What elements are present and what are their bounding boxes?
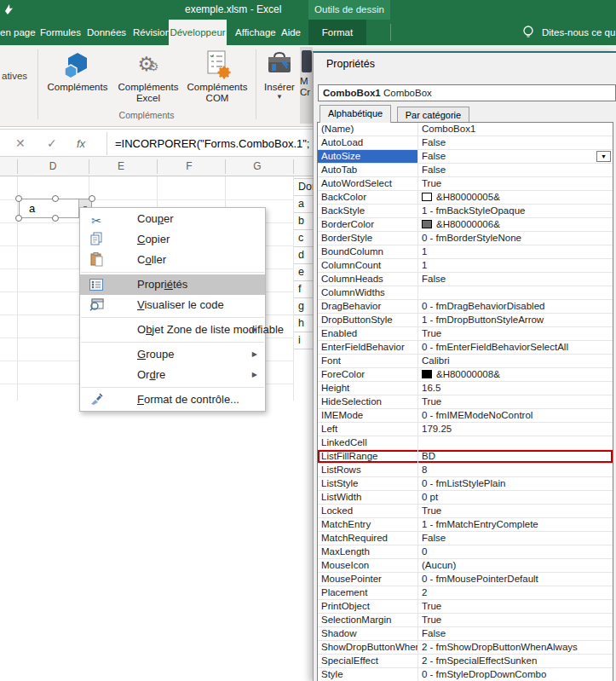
property-row-dragbehavior[interactable]: DragBehavior0 - fmDragBehaviorDisabled [318,300,613,314]
property-row-printobject[interactable]: PrintObjectTrue [318,600,613,614]
property-value: False [418,532,613,545]
property-row-matchrequired[interactable]: MatchRequiredFalse [318,532,613,545]
property-row-columnheads[interactable]: ColumnHeadsFalse [318,273,613,286]
property-row-font[interactable]: FontCalibri [318,355,613,368]
property-row-autosize[interactable]: AutoSizeFalse▼ [318,150,613,164]
tell-me-box[interactable]: Dites-nous ce qu [542,20,615,45]
property-value: False [418,164,613,176]
property-row-placement[interactable]: Placement2 [318,586,613,600]
property-row-height[interactable]: Height16.5 [318,382,613,395]
property-value: 0 - fmEnterFieldBehaviorSelectAll [418,341,613,354]
selection-handle[interactable] [15,195,22,202]
context-menu-item[interactable]: Ordre▶ [80,365,265,385]
property-row-autowordselect[interactable]: AutoWordSelectTrue [318,177,613,191]
formula-input[interactable]: =INCORPORER("Forms.ComboBox.1"; [115,130,309,158]
property-row-forecolor[interactable]: ForeColor&H80000008& [318,368,613,382]
tab-revision[interactable]: Révision [133,20,170,45]
property-value: True [418,600,613,613]
object-selector-dropdown[interactable]: ComboBox1 ComboBox [318,84,616,101]
tab-alphabetique[interactable]: Alphabétique [320,105,391,123]
property-row-enabled[interactable]: EnabledTrue [318,327,613,341]
property-row-locked[interactable]: LockedTrue [318,505,613,518]
column-header-g[interactable]: G [245,157,270,176]
property-row-hideselection[interactable]: HideSelectionTrue [318,395,613,409]
tab-donnees[interactable]: Données [87,20,126,45]
property-name: DragBehavior [318,300,418,313]
property-row-columncount[interactable]: ColumnCount1 [318,259,613,273]
column-header-e[interactable]: E [108,157,134,176]
property-row-bordercolor[interactable]: BorderColor&H80000006& [318,218,613,232]
mode-creation-button[interactable]: M Cr [300,47,313,124]
context-menu-item[interactable]: Objet Zone de liste modifiable▶ [80,320,265,340]
property-value: 8 [418,464,613,476]
context-menu-item[interactable]: Copier [80,229,265,250]
context-menu-item[interactable]: Visualiser le code [80,295,265,315]
value-dropdown-icon[interactable]: ▼ [596,151,611,162]
property-value: 0 pt [418,491,613,504]
property-row-mouseicon[interactable]: MouseIcon(Aucun) [318,559,613,573]
property-row-enterfieldbehavior[interactable]: EnterFieldBehavior0 - fmEnterFieldBehavi… [318,341,613,355]
complements-label: Compléments [41,82,114,93]
property-name: ListFillRange [318,450,418,463]
property-name: BorderColor [318,218,418,231]
property-row-maxlength[interactable]: MaxLength0 [318,545,613,559]
property-row-specialeffect[interactable]: SpecialEffect2 - fmSpecialEffectSunken [318,655,613,668]
property-row-listrows[interactable]: ListRows8 [318,464,613,477]
tab-formules[interactable]: Formules [40,20,81,45]
column-header-d[interactable]: D [40,157,66,176]
property-row-columnwidths[interactable]: ColumnWidths [318,286,613,300]
property-row-showdropbuttonwhen[interactable]: ShowDropButtonWhen2 - fmShowDropButtonWh… [318,641,613,655]
property-row-name[interactable]: (Name)ComboBox1 [318,123,613,136]
header-divider [225,159,226,174]
property-name: ListRows [318,464,418,476]
tab-mise-en-page[interactable]: en page [0,20,36,45]
property-row-backcolor[interactable]: BackColor&H80000005& [318,191,613,205]
property-row-mousepointer[interactable]: MousePointer0 - fmMousePointerDefault [318,573,613,586]
property-row-autotab[interactable]: AutoTabFalse [318,164,613,177]
menu-item-label: Groupe [137,344,174,365]
object-type: ComboBox [383,88,432,98]
quick-access-toolbar-icon[interactable] [3,3,14,16]
property-row-left[interactable]: Left179.25 [318,423,613,436]
context-menu-item[interactable]: Coller [80,250,265,270]
property-row-matchentry[interactable]: MatchEntry1 - fmMatchEntryComplete [318,518,613,532]
context-menu-item[interactable]: Format de contrôle... [80,390,265,410]
property-row-imemode[interactable]: IMEMode0 - fmIMEModeNoControl [318,409,613,423]
gridline [17,176,18,401]
property-row-linkedcell[interactable]: LinkedCell [318,436,613,450]
inserer-button[interactable]: Insérer ▼ [259,47,300,124]
property-row-selectionmargin[interactable]: SelectionMarginTrue [318,614,613,627]
context-menu-item[interactable]: ✂Couper [80,209,265,229]
property-row-autoload[interactable]: AutoLoadFalse [318,136,613,150]
header-divider [293,159,294,174]
tab-affichage[interactable]: Affichage [235,20,276,45]
property-row-style[interactable]: Style0 - fmStyleDropDownCombo [318,668,613,681]
submenu-arrow-icon: ▶ [252,365,257,385]
property-row-backstyle[interactable]: BackStyle1 - fmBackStyleOpaque [318,205,613,218]
tab-format[interactable]: Format [308,20,366,45]
submenu-arrow-icon: ▶ [252,344,257,365]
property-row-dropbuttonstyle[interactable]: DropButtonStyle1 - fmDropButtonStyleArro… [318,314,613,327]
tab-aide[interactable]: Aide [281,20,301,45]
insert-function-icon[interactable]: fx [77,130,85,158]
enter-icon[interactable]: ✓ [47,130,57,158]
property-row-liststyle[interactable]: ListStyle0 - fmListStylePlain [318,477,613,491]
property-row-borderstyle[interactable]: BorderStyle0 - fmBorderStyleNone [318,232,613,245]
context-menu-item[interactable]: Groupe▶ [80,344,265,365]
property-value: True [418,505,613,517]
selection-handle[interactable] [15,215,22,222]
tab-par-categorie[interactable]: Par catégorie [397,107,469,123]
column-header-f[interactable]: F [176,157,202,176]
context-menu-item[interactable]: Propriétés [80,274,265,295]
selection-handle[interactable] [52,195,59,202]
property-value: False [418,136,613,149]
cancel-icon[interactable]: ✕ [15,130,26,158]
property-row-shadow[interactable]: ShadowFalse [318,627,613,641]
property-row-listfillrange[interactable]: ListFillRangeBD [318,450,613,464]
selection-handle[interactable] [52,215,59,222]
property-row-boundcolumn[interactable]: BoundColumn1 [318,245,613,259]
selection-handle[interactable] [89,195,95,202]
property-name: MousePointer [318,573,418,586]
tab-developpeur[interactable]: Développeur [169,20,227,45]
property-row-listwidth[interactable]: ListWidth0 pt [318,491,613,505]
